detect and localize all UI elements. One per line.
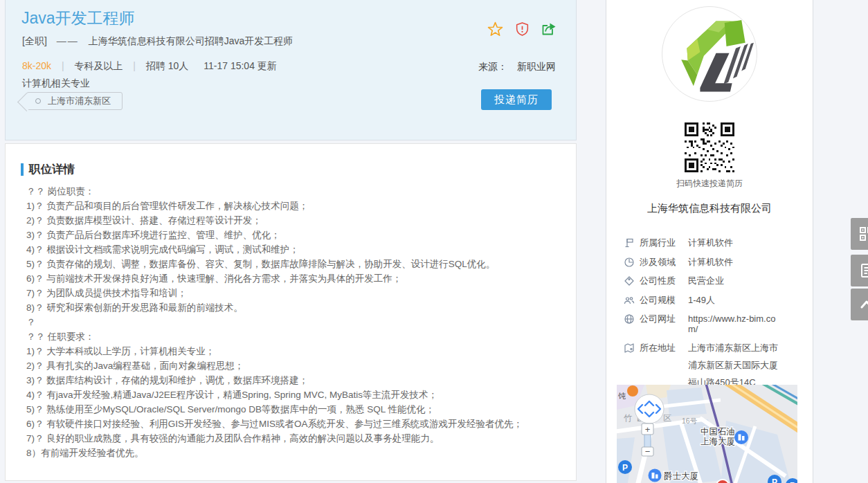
company-field-nature: 公司性质 民营企业 — [624, 275, 800, 286]
subtitle-dash: —— — [57, 35, 79, 46]
description-line: 7)？ 为团队成员提供技术指导和培训； — [26, 286, 569, 300]
website-icon — [624, 313, 635, 325]
company-logo — [662, 6, 757, 102]
svg-text:P: P — [622, 463, 628, 473]
company-field-scale: 公司规模 1-49人 — [624, 295, 800, 306]
svg-text:上海大厦: 上海大厦 — [700, 437, 735, 446]
floating-resume-button[interactable] — [851, 255, 868, 286]
favorite-star-icon[interactable] — [487, 21, 503, 37]
location-pin-icon — [35, 98, 41, 104]
description-line: 4)？ 根据设计文档或需求说明完成代码编写，调试，测试和维护； — [26, 242, 569, 257]
description-line: ？ — [26, 315, 569, 329]
meta-separator: | — [133, 60, 136, 71]
description-line: 1)？ 大学本科或以上学历，计算机相关专业； — [26, 344, 569, 358]
company-field-domain: 涉及领域 计算机软件 — [624, 257, 800, 268]
description-line: 7)？ 良好的职业成熟度，具有较强的沟通能力及团队合作精神，高效的解决问题以及事… — [26, 431, 569, 446]
qr-small-icon — [858, 226, 868, 242]
updated-time: 11-17 15:04 更新 — [204, 60, 277, 71]
apply-resume-button[interactable]: 投递简历 — [481, 89, 552, 110]
company-logo-icon — [662, 7, 757, 101]
description-line: 3)？ 数据库结构设计，存储的规划和维护，调优，数据库环境搭建； — [26, 373, 569, 388]
company-website-link[interactable]: https://www.hz-bim.com/ — [688, 313, 785, 334]
company-field-website: 公司网址 https://www.hz-bim.com/ — [624, 313, 800, 334]
field-value: 计算机软件 — [688, 257, 785, 267]
description-line: ？？ 任职要求： — [26, 329, 569, 344]
domain-icon — [624, 257, 635, 268]
qr-caption: 扫码快速投递简历 — [606, 178, 813, 190]
document-icon — [858, 262, 868, 279]
qr-code-icon — [684, 122, 735, 172]
scale-icon — [624, 295, 635, 306]
address-map-icon — [624, 343, 635, 354]
field-value: 民营企业 — [688, 275, 785, 286]
job-description: ？？ 岗位职责： 1)？ 负责产品和项目的后台管理软件研发工作，解决核心技术问题… — [26, 184, 569, 460]
description-line: 2)？ 负责数据库模型设计、搭建、存储过程等设计开发； — [26, 213, 569, 228]
floating-qr-button[interactable] — [851, 218, 868, 250]
company-name: 上海华筑信息科技有限公司 — [606, 202, 813, 215]
share-icon[interactable] — [541, 22, 557, 37]
map-pan-control[interactable] — [635, 394, 664, 423]
field-value: 计算机软件 — [688, 237, 785, 248]
field-label: 涉及领域 — [640, 257, 680, 267]
section-accent-bar — [21, 163, 24, 176]
field-value: 上海市浦东新区上海市浦东新区新天国际大厦福山路450号14C — [688, 339, 785, 391]
description-line: 5)？ 负责存储的规划、调整，数据库备份、容灾、复制，数据库故障排除与解决，协助… — [26, 257, 569, 271]
description-line: ？？ 岗位职责： — [26, 184, 569, 199]
field-label: 所属行业 — [640, 237, 680, 248]
description-line: 5)？ 熟练使用至少MySQL/Oracle/SQL Server/mongo … — [26, 402, 569, 417]
map-canvas: 饨 竹园小区 16号 中国石油 上海大厦 爵士大厦 P P P — [617, 385, 797, 483]
svg-text:P: P — [790, 481, 795, 483]
nature-icon — [624, 275, 635, 286]
map-poi-jazz-tower: 爵士大厦 — [649, 469, 699, 482]
description-line: 6)？ 有软硬件接口对接经验、利用GIS开发经验、参与过MIS或者OA系统开发、… — [26, 417, 569, 431]
job-detail-card: 职位详情 ？？ 岗位职责： 1)？ 负责产品和项目的后台管理软件研发工作，解决核… — [5, 143, 577, 481]
map-poi-orange-marker — [627, 385, 638, 397]
back-to-top-button[interactable] — [851, 289, 868, 320]
source-label: 来源： — [478, 61, 507, 72]
job-subtitle: [全职]——上海华筑信息科技有限公司招聘Java开发工程师 — [22, 35, 293, 48]
svg-text:中国石油: 中国石油 — [700, 427, 735, 437]
section-header: 职位详情 — [21, 162, 75, 177]
report-shield-icon[interactable] — [515, 21, 530, 37]
job-header-card: Java开发工程师 [全职]——上海华筑信息科技有限公司招聘Java开发工程师 … — [5, 0, 577, 140]
company-field-address: 所在地址 上海市浦东新区上海市浦东新区新天国际大厦福山路450号14C — [624, 343, 800, 391]
description-line: 1)？ 负责产品和项目的后台管理软件研发工作，解决核心技术问题； — [26, 199, 569, 213]
job-action-icons — [487, 21, 557, 37]
description-line: 2)？ 具有扎实的Java编程基础，面向对象编程思想； — [26, 358, 569, 373]
source-row: 来源： 新职业网 — [478, 61, 556, 73]
company-field-industry: 所属行业 计算机软件 — [624, 237, 800, 248]
major-requirement: 计算机相关专业 — [22, 78, 90, 90]
page-title: Java开发工程师 — [21, 8, 135, 29]
field-label: 公司性质 — [640, 275, 680, 286]
job-meta-row: 8k-20k | 专科及以上 | 招聘 10人 11-17 15:04 更新 — [22, 60, 277, 73]
map-zoom-in-button[interactable]: + — [645, 424, 651, 435]
headcount: 招聘 10人 — [146, 60, 188, 71]
map-label-street: 16号 — [682, 417, 698, 425]
map-zoom-out-button[interactable]: − — [645, 446, 651, 457]
company-location-map[interactable]: 饨 竹园小区 16号 中国石油 上海大厦 爵士大厦 P P P — [617, 385, 797, 483]
meta-separator: | — [62, 60, 64, 71]
svg-text:爵士大厦: 爵士大厦 — [664, 471, 698, 481]
field-label: 公司网址 — [640, 313, 680, 324]
source-value: 新职业网 — [517, 61, 556, 72]
svg-text:P: P — [772, 477, 777, 483]
salary: 8k-20k — [22, 60, 51, 71]
section-title: 职位详情 — [29, 162, 75, 177]
qr-code — [684, 122, 735, 172]
field-value: 1-49人 — [688, 295, 785, 305]
field-label: 公司规模 — [640, 295, 680, 305]
location-tag[interactable]: 上海市浦东新区 — [26, 92, 123, 110]
education: 专科及以上 — [74, 60, 123, 71]
description-line: 4)？ 有java开发经验,精通Java/J2EE程序设计，精通Spring, … — [26, 388, 569, 402]
company-fields: 所属行业 计算机软件 涉及领域 计算机软件 公司性质 民营企业 公司规模 1-4… — [624, 237, 800, 399]
description-line: 8）有前端开发经验者优先。 — [26, 446, 569, 460]
chevron-up-icon — [858, 296, 868, 313]
subtitle-text: 上海华筑信息科技有限公司招聘Java开发工程师 — [89, 35, 293, 46]
map-label-wonton: 饨 — [617, 392, 626, 400]
description-line: 6)？ 与前端技术开发保持良好沟通，快速理解、消化各方需求，并落实为具体的开发工… — [26, 271, 569, 286]
industry-icon — [624, 237, 635, 248]
description-line: 3)？ 负责产品后台数据库环境进行监控、管理、维护、优化； — [26, 228, 569, 242]
location-tag-label: 上海市浦东新区 — [48, 95, 111, 107]
company-sidebar: 扫码快速投递简历 上海华筑信息科技有限公司 所属行业 计算机软件 涉及领域 计算… — [606, 0, 813, 483]
employment-type: [全职] — [22, 35, 47, 46]
